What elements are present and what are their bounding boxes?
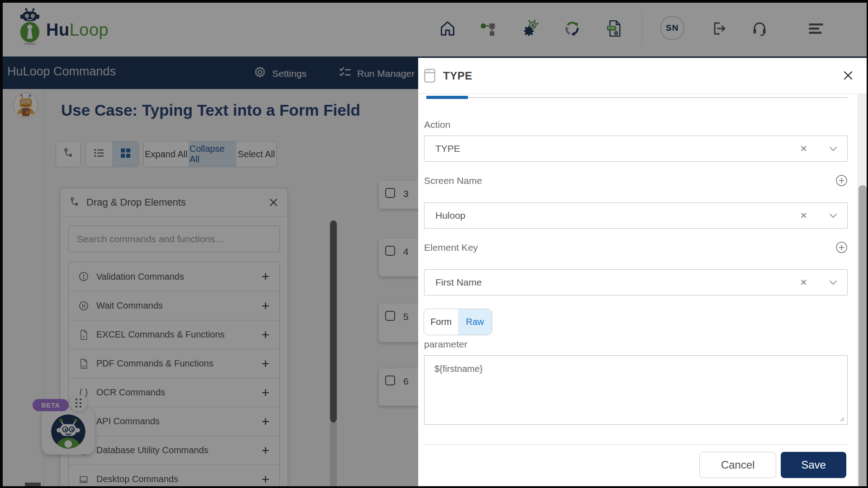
clear-icon[interactable]: ✕ <box>800 277 807 288</box>
element-key-label-row: Element Key <box>424 241 848 253</box>
parameter-label-row: parameter <box>424 339 848 350</box>
footer-divider <box>424 444 848 445</box>
active-tab-indicator[interactable] <box>426 96 468 99</box>
header-divider <box>418 94 868 94</box>
chevron-down-icon[interactable] <box>829 146 837 151</box>
clear-icon[interactable]: ✕ <box>800 210 807 221</box>
element-key-label: Element Key <box>424 242 478 253</box>
form-raw-toggle: Form Raw <box>424 309 492 335</box>
element-key-value: First Name <box>435 277 800 288</box>
action-value: TYPE <box>435 143 800 154</box>
close-icon[interactable] <box>841 69 855 82</box>
action-select[interactable]: TYPE ✕ <box>424 136 848 162</box>
modal-scrollbar-thumb[interactable] <box>859 185 867 488</box>
action-label: Action <box>424 119 450 130</box>
screen-name-label-row: Screen Name <box>424 174 848 187</box>
clear-icon[interactable]: ✕ <box>800 143 807 154</box>
screen-name-value: Huloop <box>435 210 800 221</box>
form-tab[interactable]: Form <box>424 309 458 335</box>
save-button[interactable]: Save <box>781 452 846 478</box>
action-label-row: Action <box>424 119 848 130</box>
element-key-select[interactable]: First Name ✕ <box>424 269 848 296</box>
modal-header: TYPE <box>418 58 868 94</box>
screen-name-select[interactable]: Huloop ✕ <box>424 202 848 229</box>
type-command-modal: TYPE Action TYPE ✕ Screen Name Huloop ✕ … <box>418 58 868 488</box>
parameter-input[interactable]: ${firstname} <box>424 355 848 425</box>
chevron-down-icon[interactable] <box>829 280 837 285</box>
parameter-label: parameter <box>424 339 467 350</box>
add-screen-icon[interactable] <box>835 174 848 187</box>
add-element-icon[interactable] <box>835 241 848 253</box>
cancel-button[interactable]: Cancel <box>699 452 776 478</box>
tab-track <box>426 97 848 98</box>
modal-title: TYPE <box>443 70 472 82</box>
chevron-down-icon[interactable] <box>829 213 837 218</box>
raw-tab[interactable]: Raw <box>458 309 492 335</box>
window-icon <box>424 68 436 84</box>
screen-name-label: Screen Name <box>424 175 482 186</box>
